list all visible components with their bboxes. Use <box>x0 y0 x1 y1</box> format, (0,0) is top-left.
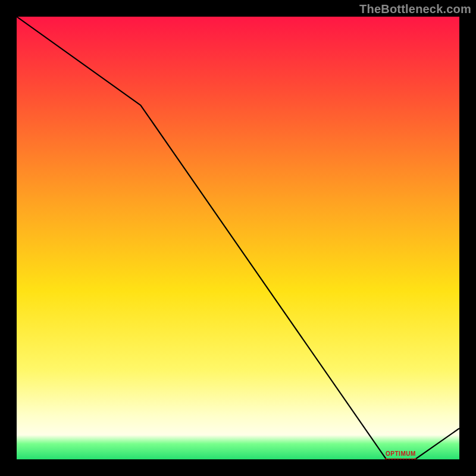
svg-rect-0 <box>17 17 459 459</box>
attribution-text: TheBottleneck.com <box>359 2 471 16</box>
optimum-marker <box>394 458 396 459</box>
optimum-marker <box>391 458 393 459</box>
chart-container: TheBottleneck.com OPTIMUM <box>0 0 476 476</box>
optimum-label: OPTIMUM <box>386 450 416 457</box>
plot-area: OPTIMUM <box>17 17 459 459</box>
optimum-marker <box>405 458 407 459</box>
chart-svg: OPTIMUM <box>17 17 459 459</box>
optimum-marker <box>403 458 405 459</box>
optimum-marker <box>408 458 410 459</box>
optimum-marker <box>411 458 413 459</box>
optimum-marker <box>388 458 390 459</box>
optimum-marker <box>400 458 402 459</box>
optimum-marker <box>397 458 399 459</box>
